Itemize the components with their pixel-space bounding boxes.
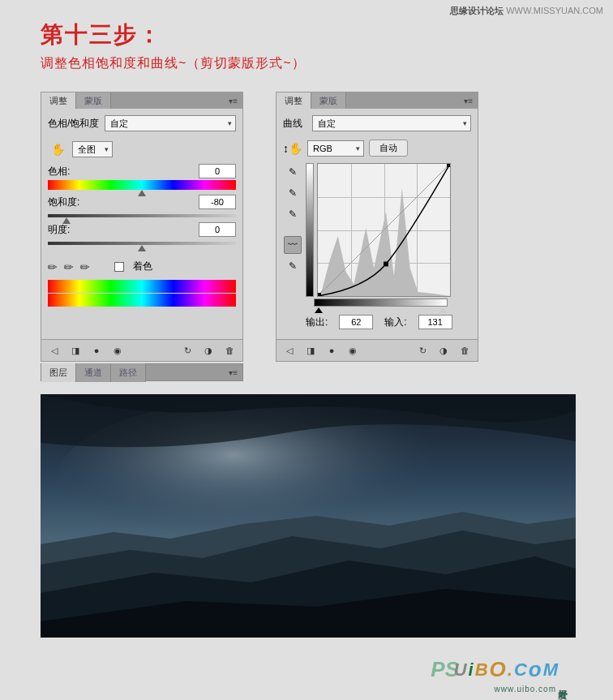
eyedropper-white-icon[interactable]: ✎ (284, 205, 302, 223)
saturation-slider-track[interactable] (48, 214, 236, 217)
view-icon[interactable]: ◉ (111, 345, 124, 356)
hand-scrub-icon[interactable]: ✋ (48, 141, 67, 157)
eyedropper-add-icon[interactable]: ✎ (61, 259, 77, 275)
hsl-type-label: 色相/饱和度 (48, 117, 100, 131)
lightness-label: 明度: (48, 223, 70, 237)
saturation-value-input[interactable] (199, 195, 236, 209)
step-title: 第十三步： (41, 19, 613, 50)
hsl-footer: ◁ ◨ ● ◉ ↻ ◑ 🗑 (41, 339, 242, 361)
eyedropper-icon[interactable]: ✎ (45, 259, 61, 275)
eye-icon[interactable]: ● (90, 345, 103, 356)
lightness-slider-track[interactable] (48, 242, 236, 245)
panel-menu-icon-curves[interactable]: ▾≡ (459, 97, 478, 105)
output-label: 输出: (306, 316, 328, 329)
white-point-slider[interactable] (439, 307, 447, 313)
input-label: 输入: (384, 316, 406, 329)
hsl-target-dropdown[interactable]: 全图 (72, 141, 113, 157)
hsl-preset-dropdown[interactable]: 自定 (105, 115, 236, 131)
curve-pencil-tool-icon[interactable]: ✎ (284, 257, 302, 275)
panel-menu-icon[interactable]: ▾≡ (224, 97, 242, 105)
hsl-preset-value: 自定 (110, 118, 128, 130)
curves-preset-dropdown[interactable]: 自定 (312, 115, 471, 131)
spectrum-bottom (48, 294, 236, 307)
channel-value: RGB (313, 144, 332, 153)
black-point-slider[interactable] (315, 307, 323, 313)
svg-rect-2 (447, 164, 450, 167)
lightness-value-input[interactable] (199, 222, 236, 237)
saturation-slider-group: 饱和度: (48, 195, 236, 217)
trash-icon[interactable]: 🗑 (458, 345, 471, 356)
clip-icon[interactable]: ◨ (304, 345, 317, 356)
curves-tab-bar: 调整 蒙版 ▾≡ (276, 92, 478, 109)
input-value-input[interactable] (418, 315, 452, 329)
colorize-label: 着色 (133, 260, 152, 273)
lightness-slider-thumb[interactable] (138, 245, 146, 251)
eyedropper-black-icon[interactable]: ✎ (284, 163, 302, 181)
header-watermark: 思缘设计论坛 WWW.MISSYUAN.COM (450, 5, 603, 17)
tab-masks-curves[interactable]: 蒙版 (311, 92, 346, 110)
eyedropper-subtract-icon[interactable]: ✎ (77, 259, 93, 275)
curve-control-point[interactable] (384, 262, 388, 267)
layers-panel-tabs: 图层 通道 路径 ▾≡ (41, 363, 243, 381)
curve-line (318, 164, 450, 296)
tab-adjustments-curves[interactable]: 调整 (276, 92, 311, 110)
curves-panel: 调整 蒙版 ▾≡ 曲线 自定 ↕✋ RGB 自动 ✎ ✎ (276, 92, 478, 362)
colorize-checkbox[interactable] (114, 262, 124, 272)
hand-scrub-icon-curves[interactable]: ↕✋ (283, 140, 302, 157)
tab-paths[interactable]: 路径 (111, 363, 146, 382)
watermark-url-small: www.uibo.com (495, 685, 556, 694)
auto-button[interactable]: 自动 (369, 140, 408, 157)
svg-rect-1 (318, 293, 321, 296)
return-arrow-icon[interactable]: ◁ (48, 345, 61, 356)
hue-slider-track[interactable] (48, 180, 236, 190)
hue-slider-group: 色相: (48, 164, 236, 190)
hsl-panel: 调整 蒙版 ▾≡ 色相/饱和度 自定 ✋ 全图 色相: (41, 92, 243, 362)
reset-icon[interactable]: ↻ (416, 345, 429, 356)
reset-icon[interactable]: ↻ (181, 345, 194, 356)
clip-icon[interactable]: ◨ (69, 345, 82, 356)
svg-line-0 (318, 164, 450, 296)
hue-label: 色相: (48, 165, 70, 178)
lightness-slider-group: 明度: (48, 222, 236, 245)
saturation-label: 饱和度: (48, 195, 79, 209)
channel-dropdown[interactable]: RGB (307, 140, 364, 157)
curves-type-label: 曲线 (283, 117, 307, 131)
eyedropper-gray-icon[interactable]: ✎ (284, 184, 302, 202)
hsl-tab-bar: 调整 蒙版 ▾≡ (41, 92, 242, 109)
watermark-brand: UiBO.CoM (454, 657, 558, 682)
tab-adjustments[interactable]: 调整 (41, 92, 76, 110)
previous-icon[interactable]: ◑ (437, 345, 450, 356)
curve-point-tool-icon[interactable]: 〰 (284, 236, 302, 254)
trash-icon[interactable]: 🗑 (223, 345, 236, 356)
output-value-input[interactable] (339, 315, 373, 329)
hsl-target-value: 全图 (78, 144, 96, 156)
tab-masks[interactable]: 蒙版 (76, 92, 111, 110)
hue-value-input[interactable] (199, 164, 236, 178)
forum-name: 思缘设计论坛 (450, 6, 504, 15)
previous-icon[interactable]: ◑ (202, 345, 215, 356)
hue-slider-thumb[interactable] (138, 190, 146, 196)
input-gradient[interactable] (314, 298, 448, 307)
saturation-slider-thumb[interactable] (62, 217, 71, 224)
preview-image (41, 394, 576, 638)
curves-graph[interactable] (317, 163, 451, 297)
tab-layers[interactable]: 图层 (41, 363, 76, 382)
layers-menu-icon[interactable]: ▾≡ (224, 368, 242, 377)
forum-url: WWW.MISSYUAN.COM (506, 6, 603, 15)
curves-footer: ◁ ◨ ● ◉ ↻ ◑ 🗑 (276, 339, 478, 361)
return-arrow-icon[interactable]: ◁ (283, 345, 296, 356)
output-gradient (306, 163, 314, 297)
spectrum-top (48, 280, 236, 293)
step-subtitle: 调整色相饱和度和曲线~（剪切蒙版形式~） (41, 55, 613, 72)
view-icon[interactable]: ◉ (346, 345, 359, 356)
eye-icon[interactable]: ● (325, 345, 338, 356)
tab-channels[interactable]: 通道 (76, 363, 111, 382)
curves-preset-value: 自定 (318, 118, 336, 130)
